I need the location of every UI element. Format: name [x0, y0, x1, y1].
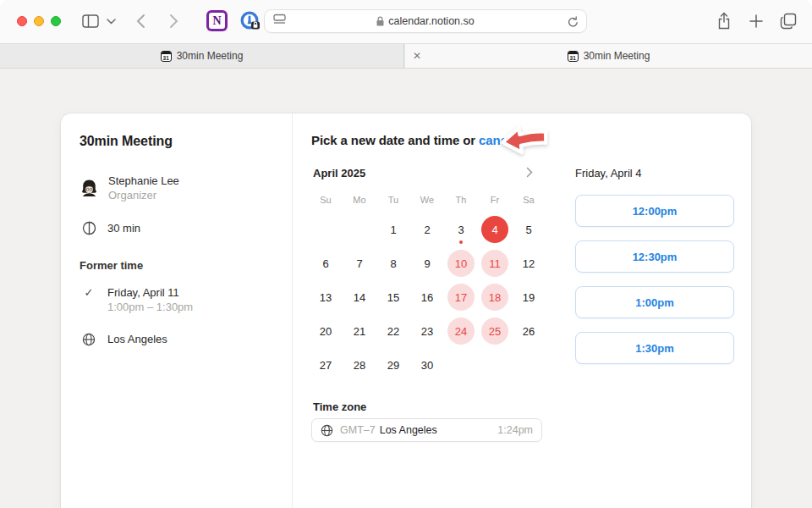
calendar-grid: 1234567891011121314151617181920212223242…: [309, 213, 546, 382]
notion-letter: N: [209, 13, 225, 29]
meeting-summary-panel: 30min Meeting Stephanie Lee Organizer 30…: [61, 113, 293, 508]
month-label: April 2025: [313, 167, 365, 179]
calendar-empty-cell: [309, 213, 343, 246]
calendar-day[interactable]: 3: [444, 213, 478, 246]
calendar-day[interactable]: 17: [444, 280, 478, 314]
calendar-day[interactable]: 27: [309, 348, 343, 382]
browser-toolbar: N calendar.notion.so: [0, 0, 812, 43]
weekday-header-row: SuMoTuWeThFrSa: [309, 195, 546, 205]
address-bar[interactable]: calendar.notion.so: [264, 9, 587, 33]
pick-heading: Pick a new date and time or cancel: [311, 133, 518, 147]
calendar-day[interactable]: 16: [410, 280, 444, 314]
organizer-name: Stephanie Lee: [108, 174, 179, 188]
organizer-avatar: [80, 179, 99, 198]
time-slot-button[interactable]: 12:30pm: [575, 240, 734, 273]
calendar-empty-cell: [512, 348, 546, 382]
sidebar-toggle-icon[interactable]: [82, 14, 99, 29]
lock-icon: [376, 16, 384, 26]
calendar-empty-cell: [444, 348, 478, 382]
tab-30min-meeting-1[interactable]: 31 30min Meeting: [0, 44, 404, 68]
calendar-empty-cell: [343, 213, 376, 246]
time-slot-button[interactable]: 1:30pm: [575, 332, 734, 364]
calendar-day[interactable]: 21: [343, 314, 376, 348]
calendar-day[interactable]: 1: [376, 213, 410, 246]
weekday-label: Fr: [478, 195, 512, 205]
new-tab-icon[interactable]: [749, 14, 763, 28]
calendar-day[interactable]: 12: [512, 246, 546, 280]
reload-icon[interactable]: [568, 16, 579, 31]
pick-heading-text: Pick a new date and time or: [311, 133, 475, 147]
duration-icon: [80, 221, 98, 235]
calendar-day[interactable]: 24: [444, 314, 478, 348]
timezone-current-time: 1:24pm: [497, 424, 533, 436]
notion-extension-icon[interactable]: N: [206, 10, 228, 31]
timezone-selector[interactable]: GMT–7 Los Angeles 1:24pm: [311, 418, 542, 442]
calendar-day[interactable]: 26: [512, 314, 546, 348]
timezone-city: Los Angeles: [380, 424, 437, 436]
calendar-day[interactable]: 19: [512, 280, 546, 314]
time-slot-list: 12:00pm12:30pm1:00pm1:30pm: [575, 195, 734, 364]
calendar-day[interactable]: 6: [309, 246, 343, 280]
chevron-down-icon[interactable]: [107, 19, 116, 25]
notion-calendar-favicon: 31: [161, 51, 172, 62]
onepassword-extension-icon[interactable]: [239, 10, 261, 31]
share-icon[interactable]: [716, 12, 732, 30]
tab-strip: 31 30min Meeting ✕ 31 30min Meeting: [0, 43, 812, 69]
calendar-day[interactable]: 13: [309, 280, 343, 314]
weekday-label: Su: [309, 195, 343, 205]
pointer-arrow-icon: [498, 121, 551, 162]
calendar-day[interactable]: 30: [410, 348, 444, 382]
forward-button-icon[interactable]: [169, 14, 178, 29]
close-tab-icon[interactable]: ✕: [413, 50, 421, 62]
organizer-role: Organizer: [108, 188, 179, 202]
booking-card: 30min Meeting Stephanie Lee Organizer 30…: [61, 113, 751, 508]
calendar-day[interactable]: 2: [410, 213, 444, 246]
calendar-day[interactable]: 8: [376, 246, 410, 280]
selected-date-label: Friday, April 4: [575, 167, 642, 179]
weekday-label: Sa: [512, 195, 546, 205]
zoom-window-button[interactable]: [51, 16, 61, 26]
weekday-label: Tu: [376, 195, 410, 205]
weekday-label: We: [410, 195, 444, 205]
tab-label: 30min Meeting: [177, 50, 244, 62]
tab-overview-icon[interactable]: [780, 13, 797, 30]
check-icon: ✓: [80, 286, 98, 299]
calendar-day[interactable]: 25: [478, 314, 512, 348]
calendar-day[interactable]: 11: [478, 246, 512, 280]
calendar-day[interactable]: 20: [309, 314, 343, 348]
close-window-button[interactable]: [17, 16, 27, 26]
calendar-day[interactable]: 10: [444, 246, 478, 280]
location-value: Los Angeles: [107, 333, 167, 345]
globe-icon: [80, 333, 98, 346]
url-text: calendar.notion.so: [388, 15, 474, 27]
calendar-day[interactable]: 7: [343, 246, 376, 280]
former-date: Friday, April 11: [107, 285, 193, 300]
back-button-icon[interactable]: [136, 14, 145, 29]
calendar-day[interactable]: 28: [343, 348, 376, 382]
browser-window: N calendar.notion.so: [0, 0, 812, 508]
reschedule-panel: Pick a new date and time or cancel April…: [293, 113, 751, 508]
duration-row: 30 min: [80, 220, 273, 235]
tab-label: 30min Meeting: [584, 50, 650, 62]
time-slot-button[interactable]: 1:00pm: [575, 286, 734, 318]
calendar-day[interactable]: 18: [478, 280, 512, 314]
tab-30min-meeting-2[interactable]: ✕ 31 30min Meeting: [405, 44, 812, 68]
timezone-heading: Time zone: [313, 400, 366, 413]
calendar-day[interactable]: 5: [512, 213, 546, 246]
former-time-row: ✓ Friday, April 11 1:00pm – 1:30pm: [80, 285, 273, 314]
page-settings-icon[interactable]: [273, 14, 286, 29]
meeting-title: 30min Meeting: [80, 134, 273, 149]
next-month-icon[interactable]: [526, 166, 533, 181]
calendar-day[interactable]: 15: [376, 280, 410, 314]
calendar-day[interactable]: 23: [410, 314, 444, 348]
duration-value: 30 min: [107, 222, 140, 235]
calendar-day[interactable]: 22: [376, 314, 410, 348]
calendar-day[interactable]: 29: [376, 348, 410, 382]
calendar-empty-cell: [478, 348, 512, 382]
calendar-day[interactable]: 4: [478, 213, 512, 246]
calendar-day[interactable]: 14: [343, 280, 376, 314]
timezone-offset: GMT–7: [340, 424, 376, 436]
time-slot-button[interactable]: 12:00pm: [575, 195, 734, 227]
calendar-day[interactable]: 9: [410, 246, 444, 280]
minimize-window-button[interactable]: [34, 16, 44, 26]
